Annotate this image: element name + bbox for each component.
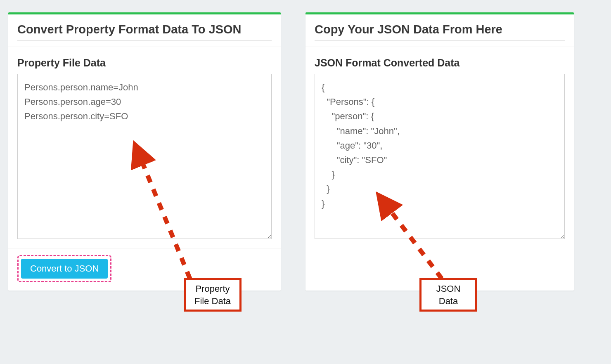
property-file-label: Property File Data	[17, 57, 272, 69]
convert-button-highlight: Convert to JSON	[17, 255, 111, 282]
output-panel-title: Copy Your JSON Data From Here	[315, 23, 565, 41]
output-panel-header: Copy Your JSON Data From Here	[306, 14, 574, 47]
json-output-section-header: JSON Format Converted Data	[306, 47, 574, 74]
output-panel: Copy Your JSON Data From Here JSON Forma…	[306, 12, 574, 291]
convert-panel-title: Convert Property Format Data To JSON	[17, 23, 272, 41]
convert-panel-header: Convert Property Format Data To JSON	[8, 14, 281, 47]
json-output-label: JSON Format Converted Data	[315, 57, 565, 69]
property-file-textarea[interactable]	[17, 74, 272, 239]
json-output-textarea[interactable]	[315, 74, 565, 239]
property-file-section-header: Property File Data	[8, 47, 281, 74]
annotation-property-file-label: PropertyFile Data	[184, 278, 242, 312]
convert-panel: Convert Property Format Data To JSON Pro…	[8, 12, 281, 291]
annotation-json-data-label: JSONData	[419, 278, 477, 312]
convert-to-json-button[interactable]: Convert to JSON	[21, 259, 108, 279]
